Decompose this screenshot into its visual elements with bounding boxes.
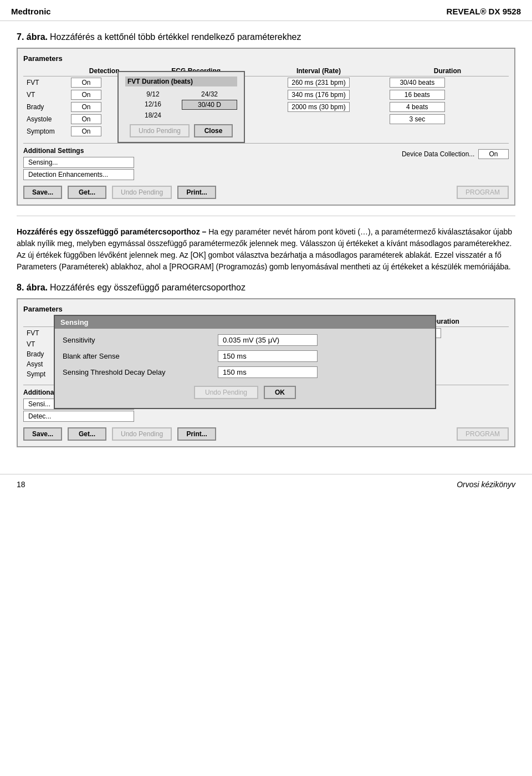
popup-grid: 9/12 24/32 12/16 30/40 D 18/24 (125, 90, 237, 120)
bold-intro: Hozzáférés egy összefüggő paramétercsopo… (17, 227, 206, 236)
sensing-link[interactable]: Sensing... (23, 157, 134, 168)
sensing-row-blank: Blank after Sense 150 ms (63, 350, 427, 362)
detec-link[interactable]: Detec... (23, 411, 134, 422)
sensing-panel-title: Sensing (55, 316, 435, 329)
program-button: PROGRAM (457, 186, 509, 199)
params-panel-fig8: Parameters Detection ECG Recording Inter… (17, 298, 515, 447)
popup-value-5[interactable]: 18/24 (125, 111, 181, 120)
table-row: FVT On On 260 ms (231 bpm) 30/40 beats (23, 76, 509, 89)
row-name-symptom: Symptom (23, 125, 68, 137)
params-panel-wrapper-fig8: Parameters Detection ECG Recording Inter… (17, 298, 515, 447)
row-name-vt: VT (23, 89, 68, 101)
page-number: 18 (17, 480, 25, 489)
popup-undo-button: Undo Pending (130, 124, 190, 137)
popup-value-3[interactable]: 12/16 (125, 100, 181, 110)
fvt-duration[interactable]: 30/40 beats (386, 76, 509, 89)
figure8-heading: 8. ábra. Hozzáférés egy összefüggő param… (17, 283, 515, 293)
brady-interval[interactable]: 2000 ms (30 bpm) (251, 101, 386, 113)
additional-settings-title: Additional Settings (23, 147, 134, 155)
figure8-number: 8. ábra. (17, 283, 48, 292)
doc-title: Orvosi kézikönyv (457, 480, 515, 489)
table-row: Brady On On 2000 ms (30 bpm) 4 beats (23, 101, 509, 113)
col-header-empty (23, 66, 68, 76)
sensing-ok-button[interactable]: OK (264, 386, 296, 399)
params-panel-title-fig8: Parameters (23, 305, 509, 313)
col-header-interval: Interval (Rate) (251, 66, 386, 76)
figure8-subtitle: Hozzáférés egy összefüggő paramétercsopo… (50, 283, 245, 292)
popup-value-4[interactable]: 30/40 D (182, 100, 237, 110)
table-row: Symptom On (23, 125, 509, 137)
popup-title: FVT Duration (beats) (125, 76, 237, 86)
figure7-number: 7. ábra. (17, 32, 48, 42)
device-data-label: Device Data Collection... (402, 150, 474, 158)
figure7-heading: 7. ábra. Hozzáférés a kettőnél több érté… (17, 32, 515, 42)
program-button-fig8: PROGRAM (457, 427, 509, 441)
symptom-interval (251, 125, 386, 137)
vt-interval[interactable]: 340 ms (176 bpm) (251, 89, 386, 101)
print-button-fig8[interactable]: Print... (177, 427, 216, 441)
sensitivity-value[interactable]: 0.035 mV (35 μV) (218, 334, 318, 346)
vt-duration[interactable]: 16 beats (386, 89, 509, 101)
sensing-row-decay: Sensing Threshold Decay Delay 150 ms (63, 366, 427, 378)
asystole-duration[interactable]: 3 sec (386, 113, 509, 125)
row-name-asystole: Asystole (23, 113, 68, 125)
fvt-interval[interactable]: 260 ms (231 bpm) (251, 76, 386, 89)
decay-delay-value[interactable]: 150 ms (218, 366, 318, 378)
additional-links: Sensing... Detection Enhancements... (23, 157, 134, 180)
panel-bottom-buttons: Save... Get... Undo Pending Print... PRO… (23, 186, 509, 199)
popup-buttons: Undo Pending Close (125, 124, 237, 137)
detection-enhancements-link[interactable]: Detection Enhancements... (23, 169, 134, 180)
brady-duration[interactable]: 4 beats (386, 101, 509, 113)
popup-box: FVT Duration (beats) 9/12 24/32 12/16 30… (117, 71, 245, 143)
print-button[interactable]: Print... (177, 186, 216, 199)
sensing-row-sensitivity: Sensitivity 0.035 mV (35 μV) (63, 334, 427, 346)
params-panel-title: Parameters (23, 54, 509, 63)
get-button[interactable]: Get... (68, 186, 106, 199)
popup-close-button[interactable]: Close (194, 124, 233, 137)
col-header-duration: Duration (386, 66, 509, 76)
undo-pending-button-fig8: Undo Pending (112, 427, 172, 441)
sensing-buttons: Undo Pending OK (63, 386, 427, 402)
page-header: Medtronic REVEAL® DX 9528 (0, 0, 532, 21)
popup-value-1[interactable]: 9/12 (125, 90, 181, 99)
fvt-duration-popup: FVT Duration (beats) 9/12 24/32 12/16 30… (117, 71, 245, 143)
row-name-brady: Brady (23, 101, 68, 113)
decay-delay-label: Sensing Threshold Decay Delay (63, 368, 218, 376)
undo-pending-button: Undo Pending (112, 186, 172, 199)
sensitivity-label: Sensitivity (63, 336, 218, 344)
popup-value-6 (182, 111, 237, 120)
row-name-fvt: FVT (23, 76, 68, 89)
panel-bottom-buttons-fig8: Save... Get... Undo Pending Print... PRO… (23, 427, 509, 441)
sensing-overlay: Sensing Sensitivity 0.035 mV (35 μV) Bla… (54, 315, 436, 409)
divider1 (17, 216, 515, 216)
popup-value-2[interactable]: 24/32 (182, 90, 237, 99)
figure7-subtitle: Hozzáférés a kettőnél több értékkel rend… (50, 32, 301, 42)
device-data-row: Device Data Collection... On (402, 149, 509, 159)
sensing-undo-button: Undo Pending (194, 386, 258, 399)
save-button-fig8[interactable]: Save... (23, 427, 62, 441)
get-button-fig8[interactable]: Get... (68, 427, 106, 441)
device-name: REVEAL® DX 9528 (447, 7, 521, 16)
blank-after-sense-value[interactable]: 150 ms (218, 350, 318, 362)
blank-after-sense-label: Blank after Sense (63, 352, 218, 360)
device-data-value[interactable]: On (478, 149, 509, 159)
save-button[interactable]: Save... (23, 186, 62, 199)
symptom-duration (386, 125, 509, 137)
brand-name: Medtronic (11, 7, 51, 16)
page-footer: 18 Orvosi kézikönyv (0, 474, 532, 494)
params-table-fig7: Detection ECG Recording Interval (Rate) … (23, 66, 509, 137)
additional-settings: Additional Settings Sensing... Detection… (23, 143, 509, 180)
page-content: 7. ábra. Hozzáférés a kettőnél több érté… (0, 21, 532, 468)
sensing-content: Sensitivity 0.035 mV (35 μV) Blank after… (55, 329, 435, 408)
body-paragraph: Hozzáférés egy összefüggő paramétercsopo… (17, 226, 515, 273)
params-panel-fig7: Parameters Detection ECG Recording Inter… (17, 48, 515, 206)
table-row: Asystole On Thr 3 sec (23, 113, 509, 125)
asystole-interval (251, 113, 386, 125)
table-row: VT On On 340 ms (176 bpm) 16 beats (23, 89, 509, 101)
